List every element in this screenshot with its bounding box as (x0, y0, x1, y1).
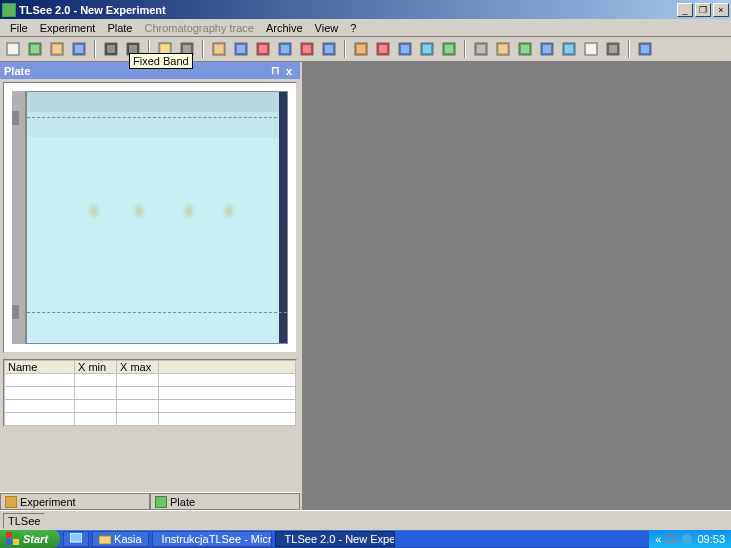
restore-button[interactable]: ❐ (695, 3, 711, 17)
svg-rect-27 (325, 45, 333, 53)
new-file-icon[interactable] (4, 40, 22, 58)
zoom-icon[interactable] (560, 40, 578, 58)
start-label: Start (23, 533, 48, 545)
panel-title: Plate (4, 65, 30, 77)
wand-icon[interactable] (210, 40, 228, 58)
lens-icon[interactable] (494, 40, 512, 58)
menu-archive[interactable]: Archive (260, 21, 309, 35)
ruler-clip-icon[interactable] (12, 111, 19, 125)
col-xmin[interactable]: X min (75, 361, 117, 374)
tray-icon[interactable] (681, 533, 693, 545)
menu-view[interactable]: View (309, 21, 345, 35)
peak-blue-icon[interactable] (276, 40, 294, 58)
export-icon[interactable] (26, 40, 44, 58)
svg-rect-33 (401, 45, 409, 53)
refresh-icon[interactable] (440, 40, 458, 58)
panel-close-icon[interactable]: x (282, 65, 296, 77)
plate-view (3, 82, 297, 353)
svg-rect-47 (565, 45, 573, 53)
tab-plate[interactable]: Plate (150, 493, 300, 510)
svg-rect-45 (543, 45, 551, 53)
table-row[interactable] (5, 400, 296, 413)
workspace: Plate ⊓ x (0, 62, 731, 510)
table-row[interactable] (5, 374, 296, 387)
open-folder-icon[interactable] (48, 40, 66, 58)
tray-expand-icon[interactable]: « (655, 533, 661, 545)
svg-rect-57 (13, 539, 19, 545)
desktop-icon (70, 533, 82, 545)
menu-help[interactable]: ? (344, 21, 362, 35)
tab-experiment[interactable]: Experiment (0, 493, 150, 510)
svg-rect-37 (445, 45, 453, 53)
plate-image[interactable] (26, 91, 288, 344)
app-icon (2, 3, 16, 17)
taskbar-folder[interactable]: Kasia (92, 531, 149, 547)
separator (628, 40, 630, 58)
table-row[interactable] (5, 413, 296, 426)
clock[interactable]: 09:53 (697, 533, 725, 545)
tooltip: Fixed Band (129, 53, 193, 69)
col-xmax[interactable]: X max (117, 361, 159, 374)
peak-flag-icon[interactable] (396, 40, 414, 58)
svg-rect-19 (237, 45, 245, 53)
undo-icon[interactable] (102, 40, 120, 58)
band-spot (182, 202, 196, 220)
pin-icon[interactable]: ⊓ (268, 64, 282, 77)
band-spot (87, 202, 101, 220)
menu-plate[interactable]: Plate (101, 21, 138, 35)
task-label: TLSee 2.0 - New Exper... (285, 533, 395, 545)
plate-panel: Plate ⊓ x (0, 62, 302, 510)
chart2-icon[interactable] (636, 40, 654, 58)
svg-rect-29 (357, 45, 365, 53)
svg-rect-5 (53, 45, 61, 53)
svg-rect-58 (70, 533, 82, 542)
print-icon[interactable] (604, 40, 622, 58)
svg-rect-51 (609, 45, 617, 53)
lane-icon[interactable] (232, 40, 250, 58)
minimize-button[interactable]: _ (677, 3, 693, 17)
svg-rect-25 (303, 45, 311, 53)
menu-bar: File Experiment Plate Chromatography tra… (0, 19, 731, 37)
tray-icon[interactable] (665, 533, 677, 545)
svg-rect-11 (129, 45, 137, 53)
svg-rect-43 (521, 45, 529, 53)
ruler-icon[interactable] (472, 40, 490, 58)
taskbar-doc[interactable]: W InstrukcjaTLSee - Micros... (152, 531, 272, 547)
table-row[interactable] (5, 387, 296, 400)
arc-icon[interactable] (538, 40, 556, 58)
taskbar-app[interactable]: TLSee 2.0 - New Exper... (275, 531, 395, 547)
svg-rect-35 (423, 45, 431, 53)
peak-up-icon[interactable] (374, 40, 392, 58)
window-title: TLSee 2.0 - New Experiment (19, 4, 675, 16)
col-name[interactable]: Name (5, 361, 75, 374)
globe-icon[interactable] (516, 40, 534, 58)
svg-rect-9 (107, 45, 115, 53)
svg-rect-13 (161, 45, 169, 53)
panel-tabs: Experiment Plate (0, 492, 300, 510)
start-button[interactable]: Start (0, 530, 60, 548)
peak-red-icon[interactable] (254, 40, 272, 58)
bands-table: Name X min X max (3, 359, 297, 427)
separator (94, 40, 96, 58)
svg-rect-54 (6, 532, 12, 538)
save-icon[interactable] (70, 40, 88, 58)
tab-label: Experiment (20, 496, 76, 508)
close-button[interactable]: × (713, 3, 729, 17)
folder-icon (99, 534, 111, 544)
chart-bar-icon[interactable] (352, 40, 370, 58)
quicklaunch-item[interactable] (63, 531, 89, 547)
target-icon[interactable] (418, 40, 436, 58)
menu-file[interactable]: File (4, 21, 34, 35)
col-extra[interactable] (159, 361, 296, 374)
svg-rect-1 (9, 45, 17, 53)
menu-experiment[interactable]: Experiment (34, 21, 102, 35)
chart-line-icon[interactable] (320, 40, 338, 58)
ruler-clip-icon[interactable] (12, 305, 19, 319)
svg-rect-21 (259, 45, 267, 53)
page-icon[interactable] (582, 40, 600, 58)
tab-label: Plate (170, 496, 195, 508)
svg-rect-55 (13, 532, 19, 538)
delete-x-icon[interactable] (298, 40, 316, 58)
svg-rect-39 (477, 45, 485, 53)
toolbar (0, 37, 731, 62)
